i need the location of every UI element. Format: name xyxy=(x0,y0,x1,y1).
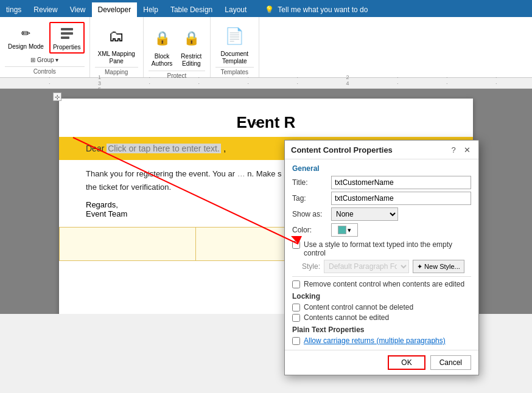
cannot-edit-checkbox[interactable] xyxy=(292,314,300,322)
tell-me-text[interactable]: Tell me what you want to do xyxy=(278,5,368,14)
controls-group: ✏ Design Mode Properties ⊞ Group ▾ Contr… xyxy=(0,17,90,77)
document-template-icon: 📄 xyxy=(225,21,244,50)
design-mode-button[interactable]: ✏ Design Mode xyxy=(5,22,47,52)
show-as-select[interactable]: None xyxy=(331,207,398,221)
ok-button[interactable]: OK xyxy=(388,355,425,370)
locking-checkbox-1-row: Content control cannot be deleted xyxy=(292,303,471,311)
show-as-row: Show as: None xyxy=(292,207,471,221)
xml-mapping-button[interactable]: 🗂 XML MappingPane xyxy=(95,19,138,67)
svg-rect-0 xyxy=(61,28,73,30)
properties-icon xyxy=(57,24,77,44)
dear-text: Dear xyxy=(86,144,107,153)
remove-checkbox[interactable] xyxy=(292,280,300,288)
color-row: Color: ▾ xyxy=(292,223,471,237)
protect-group: 🔒 BlockAuthors 🔒 RestrictEditing Protect xyxy=(144,17,211,77)
allow-carriage-label: Allow carriage returns (multiple paragra… xyxy=(304,336,446,345)
show-as-label: Show as: xyxy=(292,210,327,218)
cursor-arrow: ↖ xyxy=(253,119,260,129)
use-style-label: Use a style to format text typed into th… xyxy=(304,240,471,257)
cannot-edit-label: Contents cannot be edited xyxy=(304,313,389,322)
locking-label: Locking xyxy=(292,292,471,301)
general-section-label: General xyxy=(292,164,471,173)
document-template-button[interactable]: 📄 DocumentTemplate xyxy=(218,19,252,67)
lightbulb-icon: 💡 xyxy=(265,5,274,14)
color-swatch xyxy=(338,226,346,234)
cancel-button[interactable]: Cancel xyxy=(430,355,471,370)
dialog-title: Content Control Properties xyxy=(291,145,393,155)
new-style-button[interactable]: ✦ New Style... xyxy=(413,260,464,273)
design-mode-icon: ✏ xyxy=(16,24,35,43)
xml-mapping-icon: 🗂 xyxy=(107,21,126,50)
tab-tings[interactable]: tings xyxy=(0,2,27,17)
ruler: · 1 · · · · 2 · · · · 3 · · · · 4 · · · … xyxy=(0,78,532,89)
ribbon: tings Review View Developer Help Table D… xyxy=(0,0,532,78)
title-label: Title: xyxy=(292,178,327,187)
locking-checkbox-2-row: Contents cannot be edited xyxy=(292,313,471,322)
divider-1 xyxy=(292,276,471,277)
tag-row: Tag: xyxy=(292,192,471,205)
dialog-body: General Title: Tag: Show as: None Color: xyxy=(285,159,478,350)
dialog-close-button[interactable]: ✕ xyxy=(461,144,472,155)
color-picker-button[interactable]: ▾ xyxy=(331,223,358,237)
tab-table-design[interactable]: Table Design xyxy=(164,2,219,17)
style-label: Style: xyxy=(302,262,320,271)
use-style-row: Use a style to format text typed into th… xyxy=(292,240,471,257)
tell-me-area: 💡 Tell me what you want to do xyxy=(265,2,368,17)
tab-layout[interactable]: Layout xyxy=(219,2,253,17)
title-row: Title: xyxy=(292,176,471,189)
tag-input[interactable] xyxy=(331,192,471,205)
restrict-editing-button[interactable]: 🔒 RestrictEditing xyxy=(178,22,205,69)
svg-rect-1 xyxy=(61,32,73,35)
dialog-footer: OK Cancel xyxy=(285,350,478,375)
allow-carriage-row: Allow carriage returns (multiple paragra… xyxy=(292,336,471,345)
group-button[interactable]: ⊞ Group ▾ xyxy=(26,55,63,65)
title-input[interactable] xyxy=(331,176,471,189)
svg-rect-2 xyxy=(61,37,69,39)
templates-group: 📄 DocumentTemplate Templates xyxy=(211,17,259,77)
tag-label: Tag: xyxy=(292,194,327,203)
remove-row: Remove content control when contents are… xyxy=(292,280,471,288)
tab-view[interactable]: View xyxy=(64,2,92,17)
dialog: Content Control Properties ? ✕ General T… xyxy=(284,140,479,375)
document-template-label: DocumentTemplate xyxy=(221,50,249,65)
block-authors-button[interactable]: 🔒 BlockAuthors xyxy=(149,22,175,69)
restrict-editing-label: RestrictEditing xyxy=(181,53,201,68)
design-mode-label: Design Mode xyxy=(8,43,44,50)
remove-label: Remove content control when contents are… xyxy=(304,280,464,288)
dialog-help-button[interactable]: ? xyxy=(448,144,459,155)
mapping-group: 🗂 XML MappingPane Mapping xyxy=(90,17,144,77)
plain-text-label: Plain Text Properties xyxy=(292,325,471,334)
group-label: Group ▾ xyxy=(37,57,59,63)
ribbon-bar: ✏ Design Mode Properties ⊞ Group ▾ Contr… xyxy=(0,17,532,78)
comma: , xyxy=(223,144,226,153)
cannot-delete-checkbox[interactable] xyxy=(292,304,300,311)
dialog-titlebar: Content Control Properties ? ✕ xyxy=(285,141,478,159)
block-authors-label: BlockAuthors xyxy=(152,53,172,68)
click-here-text[interactable]: Click or tap here to enter text. xyxy=(107,144,221,153)
allow-carriage-checkbox[interactable] xyxy=(292,337,300,345)
block-authors-icon: 🔒 xyxy=(152,24,172,53)
properties-button[interactable]: Properties xyxy=(49,22,85,54)
restrict-editing-icon: 🔒 xyxy=(181,24,201,53)
footer-cell-1 xyxy=(60,228,196,261)
move-handle[interactable]: ⊹ xyxy=(53,92,61,101)
tab-developer[interactable]: Developer xyxy=(92,2,138,17)
tab-review[interactable]: Review xyxy=(27,2,63,17)
xml-mapping-label: XML MappingPane xyxy=(98,50,135,65)
tab-help[interactable]: Help xyxy=(137,2,164,17)
group-icon: ⊞ xyxy=(30,57,35,63)
cannot-delete-label: Content control cannot be deleted xyxy=(304,303,413,311)
document-title: Event R xyxy=(86,113,446,132)
color-label: Color: xyxy=(292,226,327,234)
style-row: Style: Default Paragraph Font ✦ New Styl… xyxy=(302,260,471,273)
use-style-checkbox[interactable] xyxy=(292,241,300,249)
style-select[interactable]: Default Paragraph Font xyxy=(324,260,409,273)
properties-label: Properties xyxy=(53,44,81,51)
